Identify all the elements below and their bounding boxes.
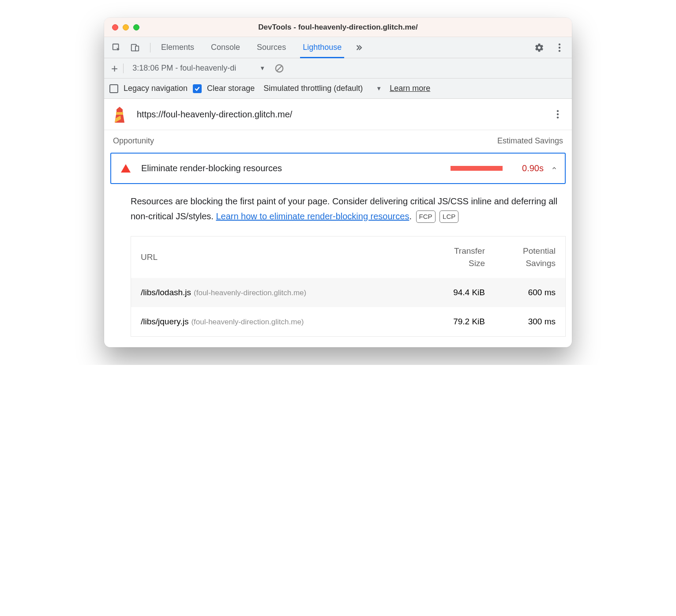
resources-table: URL Transfer Size Potential Savings /lib… bbox=[131, 236, 566, 337]
report-dropdown[interactable]: 3:18:06 PM - foul-heavenly-di bbox=[132, 64, 256, 73]
opportunity-description: Resources are blocking the first paint o… bbox=[104, 184, 572, 224]
table-row[interactable]: /libs/lodash.js(foul-heavenly-direction.… bbox=[131, 278, 565, 307]
tab-elements[interactable]: Elements bbox=[161, 37, 194, 58]
table-row[interactable]: /libs/jquery.js(foul-heavenly-direction.… bbox=[131, 307, 565, 336]
opportunity-card[interactable]: Eliminate render-blocking resources 0.90… bbox=[110, 153, 566, 184]
throttling-dropdown[interactable]: Simulated throttling (default) bbox=[263, 84, 363, 93]
panel-tabs-bar: Elements Console Sources Lighthouse bbox=[104, 37, 572, 58]
svg-rect-9 bbox=[116, 112, 123, 115]
learn-more-link[interactable]: Learn more bbox=[390, 84, 430, 93]
savings-value: 0.90s bbox=[522, 163, 544, 173]
svg-point-13 bbox=[557, 113, 559, 115]
divider bbox=[123, 64, 124, 73]
resource-url: /libs/lodash.js(foul-heavenly-direction.… bbox=[141, 288, 414, 297]
estimated-savings-label: Estimated Savings bbox=[497, 136, 563, 146]
col-potential-savings: Potential Savings bbox=[485, 246, 556, 268]
device-toolbar-icon[interactable] bbox=[129, 41, 141, 54]
lighthouse-icon bbox=[112, 106, 127, 123]
zoom-icon[interactable] bbox=[133, 24, 139, 30]
svg-point-3 bbox=[559, 43, 560, 45]
clear-storage-label: Clear storage bbox=[207, 84, 255, 93]
resource-savings: 600 ms bbox=[485, 288, 556, 297]
svg-line-7 bbox=[277, 66, 282, 71]
kebab-menu-icon[interactable] bbox=[552, 108, 564, 120]
resource-url: /libs/jquery.js(foul-heavenly-direction.… bbox=[141, 317, 414, 327]
clear-storage-checkbox[interactable] bbox=[193, 84, 202, 93]
resource-savings: 300 ms bbox=[485, 317, 556, 327]
svg-point-5 bbox=[559, 50, 560, 52]
url-row: https://foul-heavenly-direction.glitch.m… bbox=[104, 99, 572, 130]
devtools-window: DevTools - foul-heavenly-direction.glitc… bbox=[104, 18, 572, 347]
col-transfer-size: Transfer Size bbox=[414, 246, 485, 268]
tabs-overflow-icon[interactable] bbox=[354, 44, 364, 52]
opportunity-label: Opportunity bbox=[113, 136, 154, 146]
gear-icon[interactable] bbox=[533, 41, 545, 54]
fail-triangle-icon bbox=[121, 164, 131, 173]
col-url: URL bbox=[141, 252, 414, 262]
page-url: https://foul-heavenly-direction.glitch.m… bbox=[137, 109, 292, 120]
legacy-navigation-checkbox[interactable] bbox=[109, 84, 118, 93]
table-header: URL Transfer Size Potential Savings bbox=[131, 237, 565, 278]
savings-bar bbox=[451, 166, 503, 171]
legacy-navigation-label: Legacy navigation bbox=[124, 84, 188, 93]
tabs-left-icons bbox=[108, 41, 153, 54]
fcp-badge: FCP bbox=[416, 210, 436, 223]
panel-tabs: Elements Console Sources Lighthouse bbox=[161, 37, 342, 58]
config-bar: Legacy navigation Clear storage Simulate… bbox=[104, 79, 572, 99]
titlebar: DevTools - foul-heavenly-direction.glitc… bbox=[104, 18, 572, 37]
divider bbox=[150, 43, 150, 53]
chevron-down-icon[interactable]: ▼ bbox=[376, 85, 382, 92]
opportunity-header: Opportunity Estimated Savings bbox=[104, 130, 572, 153]
svg-rect-2 bbox=[135, 46, 139, 51]
kebab-menu-icon[interactable] bbox=[553, 41, 566, 54]
minimize-icon[interactable] bbox=[123, 24, 129, 30]
resource-size: 79.2 KiB bbox=[414, 317, 485, 327]
window-title: DevTools - foul-heavenly-direction.glitc… bbox=[104, 23, 572, 32]
chevron-down-icon[interactable]: ▼ bbox=[259, 65, 265, 71]
svg-point-12 bbox=[557, 110, 559, 112]
inspect-element-icon[interactable] bbox=[110, 41, 123, 54]
opportunity-title: Eliminate render-blocking resources bbox=[141, 163, 282, 173]
svg-marker-8 bbox=[116, 107, 123, 112]
tab-lighthouse[interactable]: Lighthouse bbox=[303, 37, 342, 58]
clear-icon[interactable] bbox=[273, 62, 285, 75]
new-report-button[interactable]: + bbox=[109, 63, 120, 74]
help-link[interactable]: Learn how to eliminate render-blocking r… bbox=[216, 211, 409, 221]
tab-sources[interactable]: Sources bbox=[257, 37, 286, 58]
tabs-right-icons bbox=[533, 41, 568, 54]
report-bar: + 3:18:06 PM - foul-heavenly-di ▼ bbox=[104, 58, 572, 79]
chevron-up-icon[interactable] bbox=[551, 165, 558, 173]
resource-size: 94.4 KiB bbox=[414, 288, 485, 297]
tab-console[interactable]: Console bbox=[211, 37, 240, 58]
lcp-badge: LCP bbox=[439, 210, 458, 223]
svg-point-4 bbox=[559, 46, 560, 48]
traffic-lights bbox=[104, 24, 139, 30]
close-icon[interactable] bbox=[112, 24, 118, 30]
svg-point-14 bbox=[557, 116, 559, 118]
